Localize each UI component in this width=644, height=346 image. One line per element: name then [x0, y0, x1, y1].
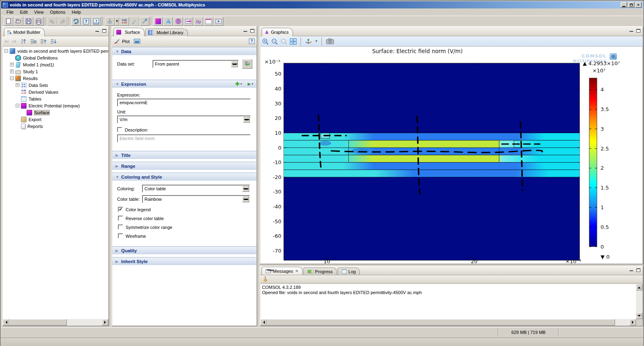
- tree-item-voids-in-second-and-fourth-layers-edited-perm[interactable]: −voids in second and fourth layers EDITE…: [3, 47, 108, 54]
- unit-combobox[interactable]: V/m: [117, 115, 251, 124]
- description-checkbox[interactable]: [117, 127, 122, 132]
- field-plot[interactable]: Surface: Electric field norm (V/m) COMSO…: [260, 47, 642, 264]
- zoom-in-icon[interactable]: [262, 38, 269, 45]
- section-data[interactable]: ▼ Data: [112, 47, 256, 55]
- panel-minimize-icon[interactable]: [628, 268, 634, 272]
- tree-item-derived-values[interactable]: 8.85e-12Derived Values: [3, 89, 108, 95]
- panel-minimize-icon[interactable]: [242, 28, 248, 33]
- clear-mesh-button[interactable]: [105, 17, 115, 26]
- clear-mesh-caret[interactable]: ▼: [115, 17, 119, 26]
- restore-button[interactable]: [628, 2, 634, 8]
- wireframe-checkbox[interactable]: [118, 233, 123, 239]
- plot-area[interactable]: [284, 63, 580, 260]
- menu-file[interactable]: File: [4, 9, 17, 15]
- zoom-box-icon[interactable]: [281, 38, 287, 45]
- tree-item-reports[interactable]: Reports: [3, 123, 108, 130]
- point-probe-button[interactable]: [140, 17, 149, 26]
- print-button[interactable]: [34, 17, 43, 26]
- insert-expression-icon[interactable]: ▶: [248, 82, 251, 86]
- section-coloring-style[interactable]: ▼ Coloring and Style: [112, 173, 256, 181]
- section-range[interactable]: ▶Range: [112, 162, 256, 170]
- messages-hscrollbar[interactable]: [260, 319, 636, 325]
- constants-button[interactable]: 8.85e-12: [120, 17, 129, 26]
- expression-field[interactable]: emqvw.normE: [117, 99, 251, 107]
- zoom-extents-icon[interactable]: [290, 38, 297, 45]
- surface-plot-button[interactable]: [153, 17, 163, 26]
- minus-expander-icon[interactable]: −: [4, 49, 8, 53]
- line-plot-button[interactable]: [204, 17, 213, 26]
- scroll-up-icon[interactable]: [636, 284, 642, 290]
- axis-orientation-icon[interactable]: [305, 38, 312, 45]
- tree-item-surface[interactable]: Surface: [3, 109, 108, 116]
- panel-minimize-icon[interactable]: [628, 28, 634, 33]
- tab-surface[interactable]: Surface: [114, 28, 144, 36]
- undo-button[interactable]: [47, 17, 57, 26]
- tree-item-study-1[interactable]: +Study 1: [3, 68, 108, 75]
- panel-maximize-icon[interactable]: [101, 28, 107, 33]
- reverse-color-table-checkbox[interactable]: [118, 216, 123, 221]
- documentation-button[interactable]: ?: [91, 17, 101, 26]
- scroll-left-icon[interactable]: [260, 319, 267, 325]
- plot-button[interactable]: Plot: [122, 39, 130, 44]
- plot-3d-button[interactable]: [163, 17, 173, 26]
- plus-expander-icon[interactable]: +: [10, 70, 14, 73]
- tree-item-model-1[interactable]: +Model 1(mod1): [3, 61, 108, 68]
- dataset-combobox[interactable]: From parent: [153, 60, 239, 68]
- show-options-icon[interactable]: [30, 39, 37, 44]
- tree-item-data-sets[interactable]: +Data Sets: [3, 82, 108, 89]
- dropdown-arrow-icon[interactable]: [242, 185, 249, 192]
- panel-minimize-icon[interactable]: [94, 28, 100, 33]
- tree-item-tables[interactable]: Tables: [3, 95, 108, 102]
- add-expression-icon[interactable]: ✚: [235, 81, 239, 87]
- dropdown-arrow-icon[interactable]: [243, 116, 250, 123]
- model-builder-hscrollbar[interactable]: [3, 319, 108, 325]
- dropdown-arrow-icon[interactable]: [231, 61, 238, 67]
- tree-item-results[interactable]: −Results: [3, 75, 108, 82]
- plot-in-window-icon[interactable]: [134, 38, 141, 44]
- axis-orientation-caret-icon[interactable]: ▼: [315, 39, 318, 43]
- panel-maximize-icon[interactable]: [636, 268, 641, 272]
- plus-expander-icon[interactable]: +: [16, 83, 19, 87]
- go-to-source-button[interactable]: [242, 59, 252, 69]
- add-expression-caret-icon[interactable]: ▾: [240, 82, 242, 86]
- new-file-button[interactable]: [4, 17, 13, 26]
- move-down-icon[interactable]: [50, 39, 57, 44]
- settings-help-icon[interactable]: ?: [249, 38, 255, 44]
- symmetrize-color-range-checkbox[interactable]: [118, 224, 123, 230]
- graphics-canvas[interactable]: Surface: Electric field norm (V/m) COMSO…: [260, 47, 642, 264]
- help-button[interactable]: ?: [81, 17, 91, 26]
- menu-view[interactable]: View: [31, 9, 47, 15]
- back-icon[interactable]: ⇦: [4, 38, 9, 44]
- panel-maximize-icon[interactable]: [250, 28, 255, 33]
- redo-button[interactable]: [58, 17, 67, 26]
- tab-close-icon[interactable]: ✕: [295, 269, 298, 273]
- colortable-combobox[interactable]: Rainbow: [142, 195, 250, 203]
- plus-expander-icon[interactable]: +: [10, 63, 14, 66]
- arrow-plot-button[interactable]: [184, 17, 193, 26]
- tab-messages[interactable]: Messages ✕: [262, 267, 303, 275]
- section-expression[interactable]: ▼ Expression ✚▾ ▶▾: [112, 80, 256, 88]
- menu-help[interactable]: Help: [69, 9, 84, 15]
- tab-log[interactable]: Log: [338, 268, 360, 275]
- tree-item-electric-potential-emqvw[interactable]: −Electric Potential (emqvw): [3, 102, 108, 109]
- minimize-button[interactable]: [621, 2, 627, 8]
- menu-options[interactable]: Options: [47, 9, 68, 15]
- minus-expander-icon[interactable]: −: [16, 104, 19, 107]
- zoom-out-icon[interactable]: [271, 38, 278, 45]
- contour-plot-button[interactable]: [173, 17, 183, 26]
- scroll-down-icon[interactable]: [636, 313, 642, 319]
- section-inherit-style[interactable]: ▶Inherit Style: [112, 257, 256, 265]
- snapshot-camera-icon[interactable]: [326, 38, 334, 44]
- coloring-combobox[interactable]: Color table: [142, 185, 250, 193]
- move-up-icon[interactable]: [40, 39, 47, 44]
- collapse-all-icon[interactable]: [20, 39, 27, 44]
- scroll-right-icon[interactable]: [630, 319, 636, 325]
- tab-progress[interactable]: Progress: [303, 268, 337, 275]
- graphics-tab[interactable]: Graphics: [262, 28, 293, 36]
- open-file-button[interactable]: [14, 17, 23, 26]
- tree-item-export[interactable]: Export: [3, 116, 108, 123]
- streamline-plot-button[interactable]: [194, 17, 203, 26]
- measure-button[interactable]: [130, 17, 139, 26]
- dropdown-arrow-icon[interactable]: [242, 196, 249, 202]
- description-field[interactable]: Electric field norm: [117, 134, 251, 142]
